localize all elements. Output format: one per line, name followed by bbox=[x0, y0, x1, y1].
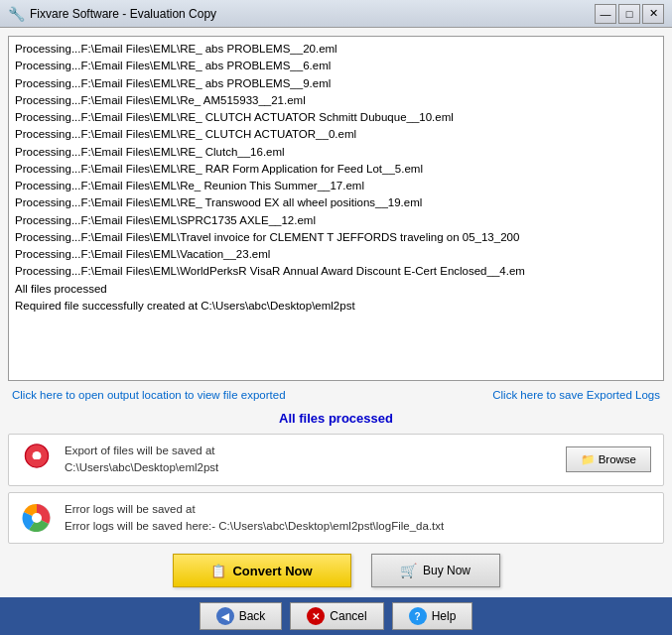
log-line: Required file successfully created at C:… bbox=[15, 298, 657, 315]
cancel-button[interactable]: ✕ Cancel bbox=[290, 602, 383, 630]
buy-button[interactable]: 🛒 Buy Now bbox=[371, 554, 500, 587]
maximize-button[interactable]: □ bbox=[618, 4, 640, 24]
svg-point-1 bbox=[33, 451, 42, 460]
main-container: Processing...F:\Email Files\EML\RE_ abs … bbox=[0, 28, 672, 635]
log-line: Processing...F:\Email Files\EML\RE_ abs … bbox=[15, 58, 657, 74]
error-line2: Error logs will be saved here:- C:\Users… bbox=[65, 518, 651, 535]
log-line: Processing...F:\Email Files\EML\Re_ AM51… bbox=[15, 92, 657, 109]
log-line: Processing...F:\Email Files\EML\RE_ CLUT… bbox=[15, 109, 657, 126]
error-line1: Error logs will be saved at bbox=[65, 501, 651, 518]
back-button[interactable]: ◀ Back bbox=[200, 602, 283, 630]
nav-bar: ◀ Back ✕ Cancel ? Help bbox=[0, 597, 672, 635]
log-line: Processing...F:\Email Files\EML\RE_ Tran… bbox=[15, 194, 657, 211]
back-icon: ◀ bbox=[216, 607, 234, 625]
close-button[interactable]: ✕ bbox=[642, 4, 664, 24]
log-area[interactable]: Processing...F:\Email Files\EML\RE_ abs … bbox=[8, 36, 664, 381]
browse-label: Browse bbox=[599, 453, 636, 465]
app-icon: 🔧 bbox=[8, 6, 24, 22]
help-icon: ? bbox=[409, 607, 427, 625]
export-panel: Export of files will be saved at C:\User… bbox=[8, 434, 664, 486]
error-panel-text: Error logs will be saved at Error logs w… bbox=[65, 501, 651, 536]
action-buttons: 📋 Convert Now 🛒 Buy Now bbox=[8, 550, 664, 591]
log-line: All files processed bbox=[15, 281, 657, 298]
log-line: Processing...F:\Email Files\EML\RE_ CLUT… bbox=[15, 126, 657, 143]
save-logs-link[interactable]: Click here to save Exported Logs bbox=[492, 389, 660, 401]
export-line1: Export of files will be saved at bbox=[65, 443, 554, 459]
window-controls: — □ ✕ bbox=[595, 4, 664, 24]
status-banner: All files processed bbox=[8, 409, 664, 428]
convert-button[interactable]: 📋 Convert Now bbox=[173, 554, 351, 587]
log-line: Processing...F:\Email Files\EML\Re_ Reun… bbox=[15, 178, 657, 194]
log-line: Processing...F:\Email Files\EML\WorldPer… bbox=[15, 263, 657, 280]
export-panel-text: Export of files will be saved at C:\User… bbox=[65, 443, 554, 477]
help-button[interactable]: ? Help bbox=[392, 602, 473, 630]
window-title: Fixvare Software - Evaluation Copy bbox=[30, 7, 595, 21]
cancel-icon: ✕ bbox=[307, 607, 325, 625]
cancel-label: Cancel bbox=[330, 609, 366, 623]
export-line2: C:\Users\abc\Desktop\eml2pst bbox=[65, 459, 554, 476]
browse-button[interactable]: 📁 Browse bbox=[566, 446, 651, 472]
log-line: Processing...F:\Email Files\EML\Vacation… bbox=[15, 246, 657, 263]
location-icon bbox=[21, 444, 53, 475]
error-panel: Error logs will be saved at Error logs w… bbox=[8, 492, 664, 545]
log-line: Processing...F:\Email Files\EML\RE_ abs … bbox=[15, 75, 657, 92]
buy-label: Buy Now bbox=[423, 564, 470, 577]
links-row: Click here to open output location to vi… bbox=[8, 387, 664, 403]
minimize-button[interactable]: — bbox=[595, 4, 616, 24]
log-line: Processing...F:\Email Files\EML\Travel i… bbox=[15, 229, 657, 246]
back-label: Back bbox=[239, 609, 266, 623]
chart-icon bbox=[21, 502, 53, 534]
cart-icon: 🛒 bbox=[400, 563, 417, 578]
title-bar: 🔧 Fixvare Software - Evaluation Copy — □… bbox=[0, 0, 672, 28]
log-line: Processing...F:\Email Files\EML\RE_ abs … bbox=[15, 41, 657, 58]
open-output-link[interactable]: Click here to open output location to vi… bbox=[12, 389, 286, 401]
log-line: Processing...F:\Email Files\EML\RE_ RAR … bbox=[15, 161, 657, 178]
help-label: Help bbox=[432, 609, 457, 623]
svg-point-4 bbox=[32, 513, 42, 523]
folder-icon: 📁 bbox=[581, 452, 595, 466]
log-line: Processing...F:\Email Files\EML\RE_ Clut… bbox=[15, 144, 657, 161]
convert-icon: 📋 bbox=[210, 564, 226, 578]
log-line: Processing...F:\Email Files\EML\SPRC1735… bbox=[15, 212, 657, 229]
convert-label: Convert Now bbox=[232, 564, 312, 578]
